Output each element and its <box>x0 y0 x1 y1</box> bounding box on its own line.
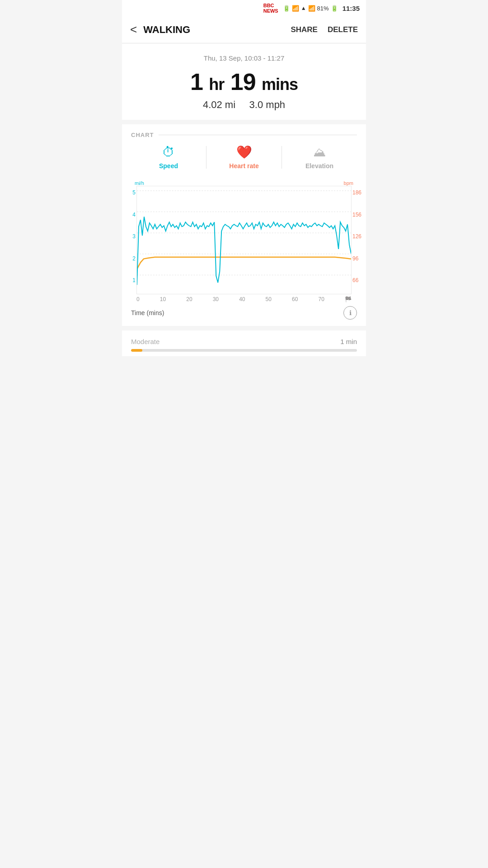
progress-bar <box>131 349 357 352</box>
x-10: 10 <box>160 296 166 302</box>
left-axis-unit: mi/h <box>128 179 150 186</box>
x-40: 40 <box>239 296 245 302</box>
x-20: 20 <box>186 296 192 302</box>
axis-units-row: mi/h bpm <box>122 179 366 186</box>
speed-value: 3.0 mph <box>249 99 286 110</box>
x-30: 30 <box>213 296 219 302</box>
y-left-4: 4 <box>122 212 136 218</box>
bottom-section: Moderate 1 min <box>122 330 366 356</box>
status-time: 11:35 <box>343 5 360 12</box>
x-50: 50 <box>266 296 272 302</box>
progress-fill <box>131 349 142 352</box>
y-right-labels: 186 156 126 96 66 <box>352 186 366 294</box>
tab-heart-rate[interactable]: ❤️ Heart rate <box>206 145 282 170</box>
moderate-time: 1 min <box>340 338 357 345</box>
x-axis-footer: Time (mins) ℹ <box>122 302 366 326</box>
bbc-news-icon: BBCNEWS <box>263 3 278 14</box>
y-right-186: 186 <box>352 189 366 196</box>
battery-percent: 81% <box>317 5 329 12</box>
signal-icon: ▲ <box>301 5 306 11</box>
top-nav: < WALKING SHARE DELETE <box>122 16 366 43</box>
elevation-icon: ⛰ <box>313 145 326 160</box>
summary-section: Thu, 13 Sep, 10:03 - 11:27 1 hr 19 mins … <box>122 43 366 120</box>
y-right-126: 126 <box>352 233 366 240</box>
tab-elevation[interactable]: ⛰ Elevation <box>282 145 357 170</box>
y-right-66: 66 <box>352 277 366 283</box>
tab-heart-label: Heart rate <box>229 162 258 170</box>
chart-section-label: CHART <box>122 132 366 145</box>
distance-value: 4.02 mi <box>203 99 235 110</box>
activity-date: Thu, 13 Sep, 10:03 - 11:27 <box>131 54 357 62</box>
moderate-row: Moderate 1 min <box>131 338 357 345</box>
page-title: WALKING <box>143 24 281 36</box>
x-axis-label: Time (mins) <box>131 309 164 316</box>
tab-speed-label: Speed <box>159 162 178 170</box>
share-button[interactable]: SHARE <box>291 25 318 34</box>
x-0: 0 <box>136 296 140 302</box>
chart-wrapper: 5 4 3 2 1 186 156 126 96 66 <box>122 186 366 294</box>
y-left-3: 3 <box>122 233 136 240</box>
status-bar: BBCNEWS 🔋 📶 ▲ 📶 81% 🔋 11:35 <box>122 0 366 16</box>
tab-elevation-label: Elevation <box>305 162 333 170</box>
activity-duration: 1 hr 19 mins <box>131 68 357 95</box>
right-axis-unit: bpm <box>338 179 360 186</box>
y-left-5: 5 <box>122 189 136 196</box>
tab-speed[interactable]: ⏱ Speed <box>131 145 206 170</box>
battery-bar-icon: 🔋 <box>331 5 338 12</box>
chart-tabs: ⏱ Speed ❤️ Heart rate ⛰ Elevation <box>122 145 366 179</box>
y-left-labels: 5 4 3 2 1 <box>122 186 136 294</box>
info-button[interactable]: ℹ <box>343 306 357 320</box>
speed-icon: ⏱ <box>162 145 175 160</box>
activity-stats: 4.02 mi 3.0 mph <box>131 99 357 111</box>
chart-svg <box>136 186 352 294</box>
moderate-label: Moderate <box>131 338 160 345</box>
battery-icon: 🔋 <box>283 5 290 12</box>
duration-hours: 1 <box>190 69 203 95</box>
y-right-96: 96 <box>352 255 366 262</box>
heart-rate-icon: ❤️ <box>236 145 252 160</box>
chart-section: CHART ⏱ Speed ❤️ Heart rate ⛰ Elevation … <box>122 124 366 326</box>
wifi-icon: 📶 <box>308 5 315 12</box>
duration-minutes: 19 <box>230 69 256 95</box>
delete-button[interactable]: DELETE <box>328 25 358 34</box>
x-end-flag: 🏁 <box>345 296 352 302</box>
y-left-1: 1 <box>122 277 136 283</box>
bluetooth-icon: 📶 <box>292 5 299 12</box>
y-right-156: 156 <box>352 212 366 218</box>
y-left-2: 2 <box>122 255 136 262</box>
minutes-unit: mins <box>262 75 298 94</box>
hours-unit: hr <box>209 75 224 94</box>
x-60: 60 <box>292 296 298 302</box>
x-axis-labels: 0 10 20 30 40 50 60 70 🏁 <box>122 294 366 302</box>
x-70: 70 <box>319 296 324 302</box>
back-button[interactable]: < <box>130 23 137 37</box>
